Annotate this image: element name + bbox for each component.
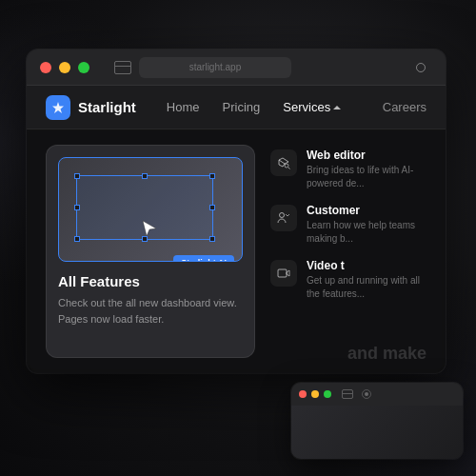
- nav-careers[interactable]: Careers: [383, 100, 426, 114]
- video-text: Video t Get up and running with all the …: [307, 259, 426, 301]
- feature-card: Starlight AI All Features Check out the …: [46, 145, 255, 358]
- mini-browser-window: [291, 383, 463, 459]
- nav-pricing[interactable]: Pricing: [223, 100, 261, 114]
- mini-content: [291, 406, 463, 459]
- video-icon: [270, 260, 297, 287]
- nav-services[interactable]: Services: [283, 100, 341, 114]
- cursor-icon: [141, 219, 158, 244]
- customer-text: Customer Learn how we help teams making …: [307, 204, 426, 246]
- card-description: Check out the all new dashboard view. Pa…: [58, 295, 243, 327]
- card-title: All Features: [58, 273, 243, 289]
- url-bar[interactable]: starlight.app: [139, 57, 291, 78]
- mini-maximize-button[interactable]: [324, 390, 331, 398]
- handle-rm: [209, 205, 215, 210]
- mini-titlebar: [291, 383, 463, 406]
- chevron-up-icon: [333, 106, 341, 109]
- browser-window: starlight.app Starlight Home Pricing Ser…: [27, 50, 446, 373]
- nav-services-label: Services: [283, 100, 330, 114]
- svg-rect-2: [278, 269, 287, 277]
- window-layout-icon: [114, 61, 131, 74]
- dropdown-panel: Starlight AI All Features Check out the …: [27, 129, 446, 373]
- menu-item-video[interactable]: Video t Get up and running with all the …: [270, 259, 426, 301]
- handle-bl: [74, 236, 80, 242]
- nav-home[interactable]: Home: [167, 100, 200, 114]
- mini-brightness-icon: [362, 389, 371, 399]
- handle-br: [209, 236, 215, 242]
- menu-item-web-editor[interactable]: Web editor Bring ideas to life with AI-p…: [270, 149, 426, 190]
- web-editor-desc: Bring ideas to life with AI-powered de..…: [307, 164, 426, 190]
- svg-point-1: [280, 213, 285, 218]
- minimize-button[interactable]: [59, 62, 70, 73]
- handle-tl: [74, 173, 80, 179]
- mini-window-icon: [342, 389, 353, 399]
- web-editor-icon: [270, 149, 297, 176]
- logo-icon: [46, 95, 70, 120]
- web-editor-text: Web editor Bring ideas to life with AI-p…: [307, 149, 426, 190]
- titlebar: starlight.app: [27, 50, 446, 86]
- handle-tr: [209, 173, 215, 179]
- logo-name: Starlight: [78, 99, 136, 115]
- menu-items: Web editor Bring ideas to life with AI-p…: [270, 145, 426, 358]
- customer-desc: Learn how we help teams making b...: [307, 219, 426, 246]
- logo-svg: [51, 101, 65, 114]
- navbar: Starlight Home Pricing Services Careers: [27, 86, 446, 129]
- brightness-icon: [413, 60, 428, 75]
- mini-close-button[interactable]: [299, 390, 307, 398]
- handle-tm: [142, 173, 148, 179]
- url-text: starlight.app: [189, 62, 241, 72]
- scene: starlight.app Starlight Home Pricing Ser…: [0, 0, 476, 476]
- logo: Starlight: [46, 95, 136, 120]
- svg-point-0: [285, 164, 288, 168]
- customer-title: Customer: [307, 204, 426, 217]
- bottom-text: and make: [347, 344, 426, 364]
- mini-minimize-button[interactable]: [311, 390, 319, 398]
- card-image: Starlight AI: [58, 157, 243, 262]
- video-title: Video t: [307, 259, 426, 272]
- handle-lm: [74, 205, 80, 210]
- video-desc: Get up and running with all the features…: [307, 274, 426, 301]
- content-area: Starlight AI All Features Check out the …: [27, 129, 446, 373]
- close-button[interactable]: [40, 62, 51, 73]
- ai-label: Starlight AI: [173, 255, 234, 262]
- customer-icon: [270, 205, 297, 231]
- web-editor-title: Web editor: [307, 149, 426, 162]
- menu-item-customer[interactable]: Customer Learn how we help teams making …: [270, 204, 426, 246]
- maximize-button[interactable]: [78, 62, 89, 73]
